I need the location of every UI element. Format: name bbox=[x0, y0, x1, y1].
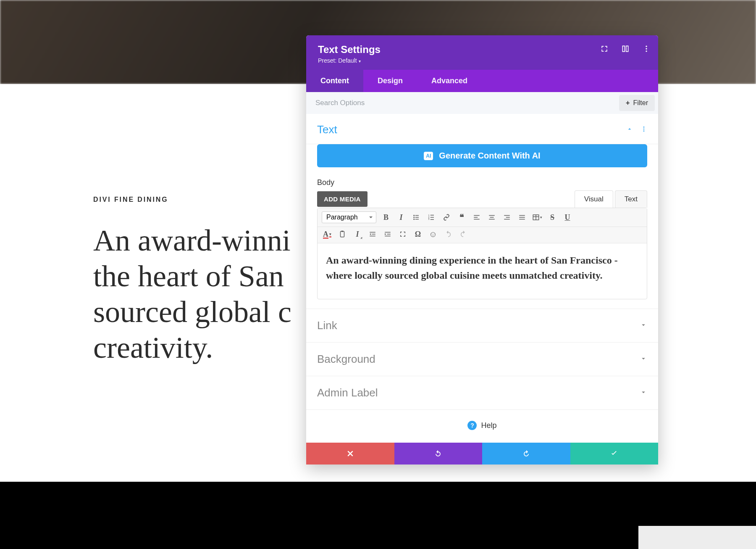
caret-down-icon: ▾ bbox=[359, 59, 361, 63]
mode-tab-text[interactable]: Text bbox=[615, 190, 647, 208]
svg-rect-39 bbox=[387, 234, 391, 235]
search-input[interactable] bbox=[306, 92, 619, 114]
mode-tab-visual[interactable]: Visual bbox=[575, 190, 613, 208]
svg-rect-13 bbox=[430, 215, 434, 216]
section-link-title: Link bbox=[317, 319, 337, 332]
underline-icon[interactable]: U bbox=[562, 212, 573, 223]
kebab-menu-icon[interactable] bbox=[642, 45, 651, 55]
svg-point-0 bbox=[646, 46, 647, 47]
editor-content[interactable]: An award-winning dining experience in th… bbox=[318, 243, 647, 299]
tab-advanced[interactable]: Advanced bbox=[417, 70, 482, 92]
svg-rect-19 bbox=[474, 217, 478, 218]
svg-point-10 bbox=[413, 219, 415, 220]
snap-icon[interactable] bbox=[621, 45, 630, 55]
paste-text-icon[interactable] bbox=[337, 229, 348, 240]
svg-rect-18 bbox=[474, 215, 480, 216]
bold-icon[interactable]: B bbox=[381, 212, 391, 223]
outdent-icon[interactable] bbox=[367, 229, 378, 240]
align-right-icon[interactable] bbox=[501, 212, 512, 223]
help-icon: ? bbox=[467, 421, 477, 430]
svg-rect-23 bbox=[489, 219, 495, 220]
svg-rect-27 bbox=[519, 215, 525, 216]
svg-rect-15 bbox=[430, 217, 434, 218]
svg-point-8 bbox=[413, 217, 415, 218]
save-button[interactable] bbox=[570, 443, 659, 465]
generate-ai-button[interactable]: AI Generate Content With AI bbox=[317, 144, 647, 167]
format-dropdown[interactable]: Paragraph bbox=[322, 211, 376, 223]
section-text-body: AI Generate Content With AI Body ADD MED… bbox=[306, 144, 658, 309]
add-media-button[interactable]: ADD MEDIA bbox=[317, 191, 368, 207]
svg-rect-20 bbox=[474, 219, 480, 220]
svg-rect-7 bbox=[415, 215, 419, 216]
search-row: + Filter bbox=[306, 92, 658, 114]
footer-actions bbox=[306, 443, 658, 465]
svg-point-1 bbox=[646, 48, 647, 49]
svg-rect-24 bbox=[504, 215, 510, 216]
numbered-list-icon[interactable]: 123 bbox=[426, 212, 437, 223]
svg-rect-21 bbox=[489, 215, 495, 216]
body-label: Body bbox=[317, 178, 647, 187]
align-justify-icon[interactable] bbox=[517, 212, 528, 223]
section-kebab-icon[interactable] bbox=[640, 126, 647, 134]
editor-mode-tabs: Visual Text bbox=[575, 190, 647, 208]
chevron-down-icon bbox=[640, 355, 647, 364]
filter-label: Filter bbox=[633, 99, 648, 107]
page-heading: An award-winnithe heart of Sansourced gl… bbox=[93, 223, 291, 366]
svg-rect-26 bbox=[504, 219, 510, 220]
svg-rect-25 bbox=[506, 217, 510, 218]
section-text-title: Text bbox=[317, 123, 337, 136]
svg-point-3 bbox=[643, 127, 645, 128]
svg-rect-28 bbox=[519, 217, 525, 218]
align-left-icon[interactable] bbox=[471, 212, 482, 223]
svg-rect-29 bbox=[519, 219, 525, 220]
table-icon[interactable]: ▾ bbox=[532, 212, 543, 223]
fullscreen-icon[interactable] bbox=[397, 229, 408, 240]
preset-selector[interactable]: Preset: Default▾ bbox=[318, 57, 646, 64]
special-char-icon[interactable]: Ω bbox=[412, 229, 423, 240]
svg-rect-22 bbox=[490, 217, 494, 218]
section-text-header[interactable]: Text bbox=[306, 114, 658, 144]
generate-ai-label: Generate Content With AI bbox=[439, 151, 540, 161]
text-settings-panel: Text Settings Preset: Default▾ Content D… bbox=[306, 35, 658, 465]
svg-rect-17 bbox=[430, 219, 434, 220]
section-link[interactable]: Link bbox=[306, 309, 658, 342]
indent-icon[interactable] bbox=[382, 229, 393, 240]
svg-rect-36 bbox=[372, 234, 375, 235]
chevron-up-icon[interactable] bbox=[626, 126, 633, 134]
svg-rect-38 bbox=[385, 232, 391, 233]
clear-formatting-icon[interactable]: Iₓ bbox=[352, 229, 363, 240]
redo-icon[interactable] bbox=[458, 229, 469, 240]
tab-content[interactable]: Content bbox=[306, 70, 363, 92]
filter-button[interactable]: + Filter bbox=[619, 95, 655, 111]
align-center-icon[interactable] bbox=[486, 212, 497, 223]
expand-icon[interactable] bbox=[600, 45, 609, 55]
text-color-icon[interactable]: A▾ bbox=[322, 229, 333, 240]
svg-text:3: 3 bbox=[428, 218, 430, 220]
help-row: ? Help bbox=[306, 409, 658, 443]
svg-rect-40 bbox=[385, 236, 391, 237]
undo-icon[interactable] bbox=[443, 229, 454, 240]
strikethrough-icon[interactable]: S bbox=[547, 212, 558, 223]
cancel-button[interactable] bbox=[306, 443, 394, 465]
section-background[interactable]: Background bbox=[306, 342, 658, 376]
blockquote-icon[interactable]: ❝ bbox=[456, 212, 467, 223]
help-button[interactable]: ? Help bbox=[467, 421, 496, 430]
svg-rect-34 bbox=[341, 231, 344, 232]
svg-rect-33 bbox=[341, 231, 344, 237]
tab-design[interactable]: Design bbox=[363, 70, 417, 92]
page-eyebrow: DIVI FINE DINING bbox=[93, 196, 168, 203]
emoji-icon[interactable]: ☺ bbox=[428, 229, 438, 240]
rich-text-editor: Paragraph B I 123 ❝ ▾ S U A▾ bbox=[317, 208, 647, 299]
ai-badge-icon: AI bbox=[424, 152, 433, 160]
preset-label: Preset: Default bbox=[318, 57, 357, 64]
redo-button[interactable] bbox=[482, 443, 570, 465]
section-admin-label[interactable]: Admin Label bbox=[306, 376, 658, 409]
help-label: Help bbox=[481, 421, 496, 430]
rte-toolbar-row-2: A▾ Iₓ Ω ☺ bbox=[318, 227, 647, 243]
link-icon[interactable] bbox=[441, 212, 452, 223]
chevron-down-icon bbox=[640, 388, 647, 398]
undo-button[interactable] bbox=[394, 443, 483, 465]
bullet-list-icon[interactable] bbox=[411, 212, 422, 223]
italic-icon[interactable]: I bbox=[396, 212, 407, 223]
svg-point-2 bbox=[646, 50, 647, 52]
